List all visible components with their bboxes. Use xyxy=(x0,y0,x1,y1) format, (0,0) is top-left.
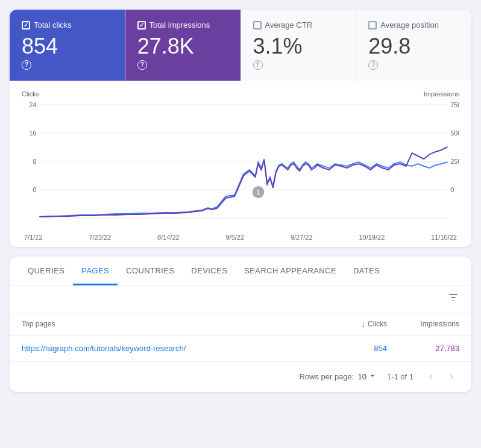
prev-page-button[interactable] xyxy=(423,369,439,385)
table-header-impressions[interactable]: Impressions xyxy=(387,320,459,328)
tab-dates[interactable]: DATES xyxy=(345,257,388,285)
sort-arrow-icon: ↓ xyxy=(361,319,365,329)
metrics-card: Total clicks 854 ? Total impressions 27.… xyxy=(10,10,471,247)
svg-text:8: 8 xyxy=(33,157,37,164)
total-impressions-label: Total impressions xyxy=(149,20,210,30)
chart-left-axis-label: Clicks xyxy=(22,90,39,98)
average-ctr-label: Average CTR xyxy=(265,20,313,30)
tab-search-appearance[interactable]: SEARCH APPEARANCE xyxy=(236,257,345,285)
svg-text:750: 750 xyxy=(450,101,459,108)
total-impressions-help-icon[interactable]: ? xyxy=(137,60,147,70)
pagination-rows-select: Rows per page: 10 xyxy=(299,371,377,382)
average-ctr-checkbox[interactable] xyxy=(253,21,262,30)
tab-devices[interactable]: DEVICES xyxy=(183,257,236,285)
chart-wrapper: 24 16 8 0 750 500 250 0 1 xyxy=(22,99,459,231)
metric-average-ctr[interactable]: Average CTR 3.1% ? xyxy=(241,10,357,81)
next-page-button[interactable] xyxy=(444,369,459,385)
tab-pages[interactable]: PAGES xyxy=(73,257,118,285)
chart-right-axis-label: Impressions xyxy=(424,90,459,98)
svg-text:24: 24 xyxy=(30,101,37,108)
chart-svg: 24 16 8 0 750 500 250 0 1 xyxy=(22,99,459,231)
x-label-0: 7/1/22 xyxy=(24,234,43,241)
svg-text:0: 0 xyxy=(450,185,454,193)
chevron-down-icon xyxy=(368,371,377,382)
svg-text:16: 16 xyxy=(30,129,37,136)
svg-text:0: 0 xyxy=(33,185,37,193)
svg-text:250: 250 xyxy=(450,157,459,164)
total-clicks-value: 854 xyxy=(22,36,113,57)
metrics-row: Total clicks 854 ? Total impressions 27.… xyxy=(10,10,471,81)
x-label-6: 11/10/22 xyxy=(431,234,457,241)
chart-area: Clicks Impressions 24 16 8 0 750 500 250 xyxy=(10,81,471,247)
x-label-5: 10/19/22 xyxy=(359,234,385,241)
metric-total-clicks[interactable]: Total clicks 854 ? xyxy=(10,10,125,81)
tab-countries[interactable]: COUNTRIES xyxy=(118,257,183,285)
x-label-2: 8/14/22 xyxy=(157,234,180,241)
rows-per-page-value: 10 xyxy=(357,372,366,381)
average-position-label: Average position xyxy=(380,20,439,30)
average-position-value: 29.8 xyxy=(368,36,459,57)
svg-text:500: 500 xyxy=(450,129,459,136)
x-label-1: 7/23/22 xyxy=(89,234,111,241)
rows-per-page-label: Rows per page: xyxy=(299,372,354,381)
pagination-nav xyxy=(423,369,459,385)
filter-row xyxy=(10,285,471,313)
total-clicks-help-icon[interactable]: ? xyxy=(22,60,31,70)
average-ctr-help-icon[interactable]: ? xyxy=(253,60,263,70)
table-header-clicks[interactable]: ↓ Clicks xyxy=(315,319,387,329)
average-position-checkbox[interactable] xyxy=(368,21,377,30)
tabs-table-card: QUERIES PAGES COUNTRIES DEVICES SEARCH A… xyxy=(10,257,471,392)
table-cell-page[interactable]: https://lsigraph.com/tutorials/keyword-r… xyxy=(22,344,315,353)
x-label-4: 9/27/22 xyxy=(291,234,313,241)
rows-per-page-dropdown[interactable]: 10 xyxy=(357,371,377,382)
clicks-line xyxy=(39,159,447,217)
average-ctr-value: 3.1% xyxy=(253,36,344,57)
svg-text:1: 1 xyxy=(257,188,260,195)
table-header: Top pages ↓ Clicks Impressions xyxy=(10,313,471,335)
metric-average-position[interactable]: Average position 29.8 ? xyxy=(356,10,471,81)
table-row: https://lsigraph.com/tutorials/keyword-r… xyxy=(10,335,471,362)
total-clicks-label: Total clicks xyxy=(34,20,72,30)
average-position-help-icon[interactable]: ? xyxy=(368,60,378,70)
total-clicks-checkbox[interactable] xyxy=(22,21,30,30)
tabs-row: QUERIES PAGES COUNTRIES DEVICES SEARCH A… xyxy=(10,257,471,285)
table-header-page: Top pages xyxy=(22,320,315,328)
pagination-row: Rows per page: 10 1-1 of 1 xyxy=(10,362,471,392)
tab-queries[interactable]: QUERIES xyxy=(19,257,73,285)
total-impressions-checkbox[interactable] xyxy=(137,21,146,30)
table-cell-impressions: 27,783 xyxy=(387,344,459,353)
impressions-line xyxy=(39,147,447,217)
filter-icon[interactable] xyxy=(447,291,459,306)
x-axis-labels: 7/1/22 7/23/22 8/14/22 9/5/22 9/27/22 10… xyxy=(22,234,459,241)
x-label-3: 9/5/22 xyxy=(225,234,244,241)
table-cell-clicks: 854 xyxy=(315,344,387,353)
pagination-info: 1-1 of 1 xyxy=(387,372,413,381)
metric-total-impressions[interactable]: Total impressions 27.8K ? xyxy=(125,10,241,81)
total-impressions-value: 27.8K xyxy=(137,36,228,57)
